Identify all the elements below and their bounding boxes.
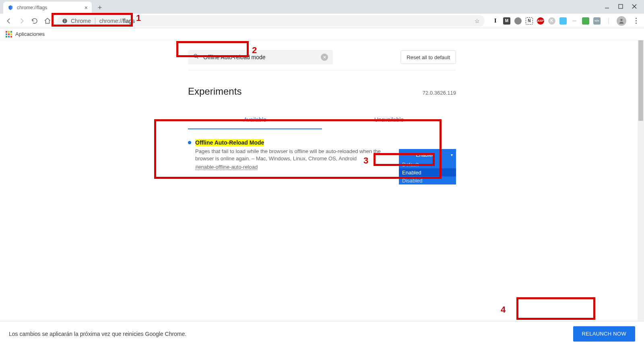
relaunch-message: Los cambios se aplicarán la próxima vez … xyxy=(9,331,186,337)
extension-icon[interactable]: N xyxy=(526,17,533,25)
apps-label: Aplicaciones xyxy=(15,31,45,37)
clear-search-icon[interactable]: ✕ xyxy=(321,54,328,61)
extension-icon[interactable]: K xyxy=(548,17,555,25)
minimize-icon[interactable] xyxy=(605,3,609,10)
flag-title: Offline Auto-Reload Mode xyxy=(195,139,264,146)
flags-search-box[interactable]: ✕ xyxy=(188,50,333,64)
reset-all-button[interactable]: Reset all to default xyxy=(400,50,456,64)
url-origin: Chrome xyxy=(71,18,95,24)
dropdown-option-disabled[interactable]: Disabled xyxy=(399,176,456,184)
svg-line-9 xyxy=(197,57,198,58)
extension-icon[interactable] xyxy=(514,17,522,25)
extension-icon[interactable] xyxy=(582,17,589,25)
flag-state-select[interactable]: Enabled xyxy=(399,149,456,160)
browser-tab[interactable]: chrome://flags × xyxy=(3,2,92,14)
extension-icon[interactable]: ⁓ xyxy=(571,17,578,25)
forward-button[interactable] xyxy=(17,16,27,26)
back-button[interactable] xyxy=(4,16,14,26)
profile-avatar[interactable] xyxy=(617,16,626,26)
flag-hash-link[interactable]: #enable-offline-auto-reload xyxy=(195,164,258,170)
dropdown-option-enabled[interactable]: Enabled xyxy=(399,168,456,176)
tab-available[interactable]: Available xyxy=(188,111,322,129)
relaunch-bar: Los cambios se aplicarán la próxima vez … xyxy=(0,321,644,346)
window-titlebar: chrome://flags × + xyxy=(0,0,644,14)
close-window-icon[interactable] xyxy=(632,3,637,10)
tab-unavailable[interactable]: Unavailable xyxy=(322,111,456,129)
home-button[interactable] xyxy=(43,16,52,26)
flag-selected-value: Enabled xyxy=(416,152,435,158)
search-icon xyxy=(193,53,199,61)
flags-tabs: Available Unavailable xyxy=(188,111,456,129)
svg-point-7 xyxy=(620,19,622,21)
address-bar[interactable]: Chrome chrome://flags ☆ xyxy=(57,15,485,27)
flag-description: Pages that fail to load while the browse… xyxy=(195,148,391,162)
flags-search-input[interactable] xyxy=(203,54,321,60)
flag-dropdown: Default Enabled Disabled xyxy=(399,160,456,184)
tab-title: chrome://flags xyxy=(17,5,47,10)
extension-icon[interactable]: M xyxy=(503,17,510,25)
apps-shortcut[interactable]: Aplicaciones xyxy=(6,31,45,37)
site-info-icon[interactable] xyxy=(62,18,68,24)
url-prefix: chrome:// xyxy=(99,18,123,24)
flag-indicator-dot xyxy=(188,141,191,144)
flag-entry: Offline Auto-Reload Mode Pages that fail… xyxy=(188,129,456,175)
bookmarks-bar: Aplicaciones xyxy=(0,28,644,40)
svg-point-5 xyxy=(64,19,65,20)
window-controls xyxy=(597,0,644,14)
chrome-menu-button[interactable] xyxy=(632,18,640,24)
extension-icon[interactable]: I xyxy=(492,17,499,25)
reload-button[interactable] xyxy=(30,16,39,26)
svg-rect-6 xyxy=(64,20,65,22)
dropdown-option-default[interactable]: Default xyxy=(399,160,456,168)
page-title: Experiments xyxy=(188,86,242,97)
url-path: flags xyxy=(123,18,135,24)
new-tab-button[interactable]: + xyxy=(94,2,105,13)
apps-icon xyxy=(6,31,12,37)
tab-close-icon[interactable]: × xyxy=(85,4,88,11)
extension-icon[interactable]: ABP xyxy=(537,17,544,25)
page-content: ✕ Reset all to default Experiments 72.0.… xyxy=(0,40,644,321)
extension-icon[interactable] xyxy=(559,17,567,25)
extension-icons: I M N ABP K ⁓ </> xyxy=(489,17,603,25)
relaunch-button[interactable]: RELAUNCH NOW xyxy=(573,326,636,342)
extension-icon[interactable]: </> xyxy=(593,17,601,25)
tab-favicon xyxy=(7,4,14,11)
chrome-version: 72.0.3626.119 xyxy=(423,90,456,96)
bookmark-star-icon[interactable]: ☆ xyxy=(475,18,480,24)
svg-rect-1 xyxy=(619,4,623,8)
svg-point-8 xyxy=(194,54,197,58)
maximize-icon[interactable] xyxy=(618,3,623,10)
separator: | xyxy=(608,17,609,25)
browser-toolbar: Chrome chrome://flags ☆ I M N ABP K ⁓ </… xyxy=(0,14,644,28)
